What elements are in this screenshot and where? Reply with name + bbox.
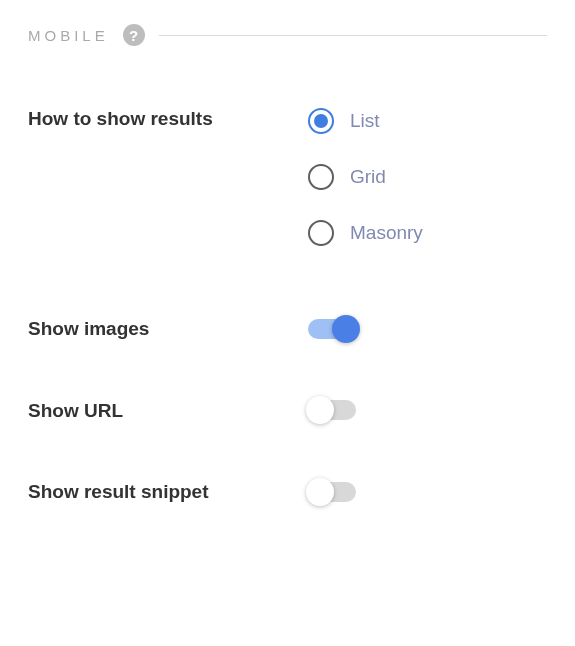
toggle-knob bbox=[332, 315, 360, 343]
setting-label-images: Show images bbox=[28, 316, 308, 342]
setting-show-url: Show URL bbox=[28, 398, 547, 424]
radio-group-results: List Grid Masonry bbox=[308, 106, 547, 246]
section-title: MOBILE bbox=[28, 27, 109, 44]
radio-label: List bbox=[350, 110, 380, 132]
radio-option-masonry[interactable]: Masonry bbox=[308, 220, 547, 246]
toggle-control bbox=[308, 319, 547, 339]
toggle-control bbox=[308, 400, 547, 420]
toggle-show-images[interactable] bbox=[308, 319, 356, 339]
toggle-control bbox=[308, 482, 547, 502]
toggle-show-snippet[interactable] bbox=[308, 482, 356, 502]
radio-label: Masonry bbox=[350, 222, 423, 244]
radio-option-list[interactable]: List bbox=[308, 108, 547, 134]
toggle-knob bbox=[306, 478, 334, 506]
radio-icon bbox=[308, 220, 334, 246]
radio-icon bbox=[308, 164, 334, 190]
setting-label-url: Show URL bbox=[28, 398, 308, 424]
section-header: MOBILE ? bbox=[28, 24, 547, 46]
toggle-show-url[interactable] bbox=[308, 400, 356, 420]
radio-icon bbox=[308, 108, 334, 134]
setting-label-snippet: Show result snippet bbox=[28, 479, 308, 505]
radio-label: Grid bbox=[350, 166, 386, 188]
header-divider bbox=[159, 35, 547, 36]
help-icon[interactable]: ? bbox=[123, 24, 145, 46]
setting-label-results: How to show results bbox=[28, 106, 308, 132]
toggle-knob bbox=[306, 396, 334, 424]
radio-option-grid[interactable]: Grid bbox=[308, 164, 547, 190]
setting-show-images: Show images bbox=[28, 316, 547, 342]
setting-results-display: How to show results List Grid Masonry bbox=[28, 106, 547, 246]
setting-show-snippet: Show result snippet bbox=[28, 479, 547, 505]
